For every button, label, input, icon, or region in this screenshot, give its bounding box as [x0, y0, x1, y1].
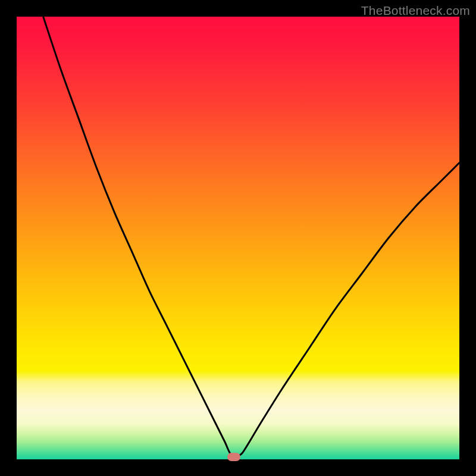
minimum-marker: [227, 453, 240, 461]
attribution-text: TheBottleneck.com: [361, 4, 470, 18]
curve-path: [43, 17, 459, 456]
bottleneck-curve: [17, 17, 459, 459]
plot-area: [17, 17, 459, 459]
chart-frame: TheBottleneck.com: [0, 0, 476, 476]
